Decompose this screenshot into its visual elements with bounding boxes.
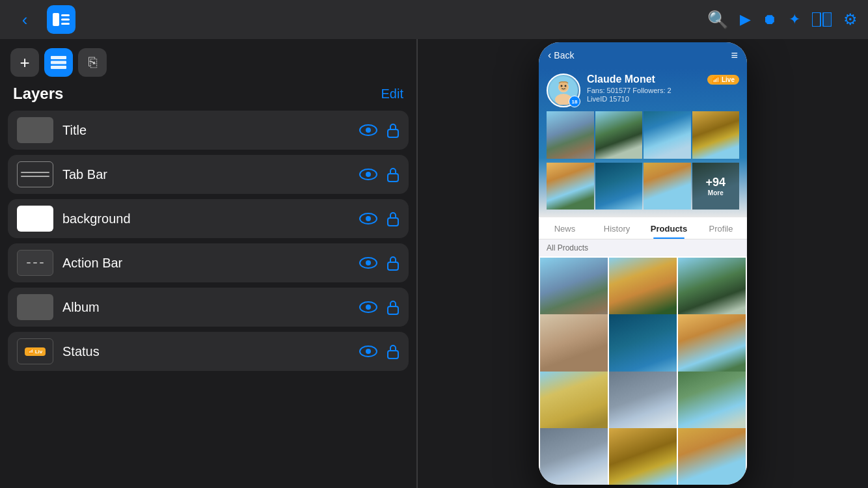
play-icon[interactable]: ▶ [740,11,751,28]
layer-item-album[interactable]: Album [8,288,409,327]
photo-cell-4[interactable] [692,111,740,159]
lock-svg-tabbar [387,167,400,182]
profile-info-row: 18 Claude Monet 📶 Live Fans: [547,74,739,107]
svg-point-33 [565,85,567,87]
visibility-icon-tabbar[interactable] [359,169,377,180]
visibility-icon-actionbar[interactable] [359,257,377,269]
eye-svg-bg [359,213,377,224]
layer-actions-album [359,299,400,315]
liveid-value: 15710 [609,95,629,103]
live-icon: 📶 [712,76,720,83]
phone-back-button[interactable]: ‹ Back [548,49,574,61]
layer-name-background: background [62,211,350,226]
add-layer-button[interactable]: + [10,48,39,77]
eye-svg-title [359,124,377,136]
live-label: Live [722,76,735,83]
layer-thumb-actionbar [17,250,53,276]
layer-thumb-tabbar [17,161,53,187]
sidebar-icon [53,13,70,26]
lock-icon-status[interactable] [387,344,400,359]
layers-button[interactable] [44,48,73,77]
lock-svg-status [387,344,400,359]
layer-thumb-title [17,117,53,143]
photo-cell-7[interactable] [644,163,691,210]
tab-bar: News History Products Profile [539,217,747,239]
layer-item-status[interactable]: 📶 Liv Status [8,332,409,371]
product-cell-10[interactable] [540,428,608,485]
lock-icon-background[interactable] [387,211,400,226]
svg-rect-6 [823,12,832,27]
tab-history[interactable]: History [591,217,643,239]
layer-name-status: Status [62,344,350,359]
layer-thumb-status: 📶 Liv [17,338,53,364]
svg-rect-0 [53,13,59,26]
svg-rect-9 [51,66,66,69]
lock-svg-title [387,122,400,138]
layer-list: Title [0,111,416,488]
phone-frame: ‹ Back ≡ [539,42,747,485]
layers-icon [51,56,66,69]
photo-cell-more[interactable]: +94 More [692,163,740,210]
layer-item-title[interactable]: Title [8,111,409,150]
split-view-icon[interactable] [812,12,832,27]
svg-point-23 [366,305,371,310]
layer-actions-status [359,344,400,359]
visibility-icon-album[interactable] [359,301,377,313]
tab-products[interactable]: Products [643,217,695,239]
more-overlay: +94 More [692,163,740,210]
sidebar-toggle-button[interactable] [47,5,75,34]
profile-name: Claude Monet [587,74,655,85]
badge-count: 18 [572,99,578,105]
more-text: More [708,189,724,197]
profile-name-row: Claude Monet 📶 Live [587,74,739,85]
svg-rect-8 [51,61,66,64]
photo-cell-6[interactable] [595,163,643,210]
record-icon[interactable]: ⏺ [763,11,777,28]
product-cell-12[interactable] [678,428,746,485]
layer-name-tabbar: Tab Bar [62,167,350,182]
svg-point-17 [366,216,371,221]
svg-rect-2 [61,19,70,21]
lock-icon-tabbar[interactable] [387,167,400,182]
edit-button[interactable]: Edit [381,87,403,102]
right-panel: ‹ Back ≡ [418,39,868,488]
svg-point-32 [561,85,563,87]
tab-products-label: Products [651,224,687,234]
lock-icon-album[interactable] [387,299,400,315]
layer-name-actionbar: Action Bar [62,256,350,271]
visibility-icon-status[interactable] [359,346,377,357]
profile-stats: Fans: 501577 Followers: 2 [587,87,739,94]
svg-point-14 [366,172,371,177]
fans-label: Fans: [587,87,607,94]
copy-button[interactable]: ⎘ [78,48,107,77]
layer-item-actionbar[interactable]: Action Bar [8,243,409,282]
back-button[interactable]: ‹ [10,5,39,34]
tab-profile[interactable]: Profile [695,217,747,239]
svg-point-31 [559,82,568,91]
photo-cell-5[interactable] [547,163,594,210]
layer-actions-tabbar [359,167,400,182]
products-grid [539,256,747,485]
photo-cell-1[interactable] [547,111,594,159]
layer-thumb-album [17,294,53,320]
tab-news[interactable]: News [539,217,591,239]
lock-icon-actionbar[interactable] [387,255,400,271]
layer-name-title: Title [62,123,350,138]
visibility-icon-background[interactable] [359,213,377,224]
svg-rect-12 [388,129,398,137]
layer-item-background[interactable]: background [8,199,409,238]
product-cell-11[interactable] [609,428,677,485]
phone-back-chevron: ‹ [548,49,551,61]
eye-svg-tabbar [359,169,377,180]
lock-icon-title[interactable] [387,122,400,138]
layer-item-tabbar[interactable]: Tab Bar [8,155,409,194]
magic-icon[interactable]: ✦ [789,11,800,28]
split-view-svg [812,12,832,27]
visibility-icon-title[interactable] [359,124,377,136]
search-icon[interactable]: 🔍 [707,10,728,30]
settings-icon[interactable]: ⚙ [843,10,858,29]
photo-cell-3[interactable] [644,111,691,159]
lock-svg-bg [387,211,400,226]
phone-menu-button[interactable]: ≡ [731,49,738,62]
photo-cell-2[interactable] [595,111,643,159]
